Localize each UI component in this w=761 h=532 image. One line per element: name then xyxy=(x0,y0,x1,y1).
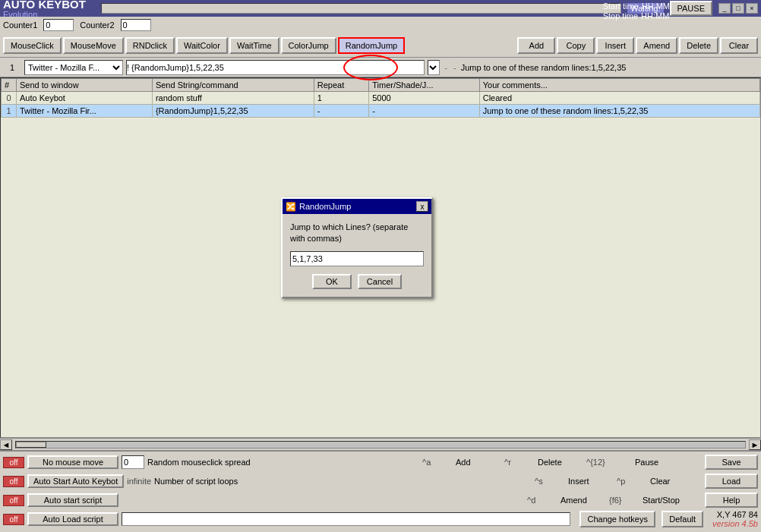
line-editor: 1 Twitter - Mozilla F... - - Jump to one… xyxy=(0,58,761,77)
dialog-title-icon: 🔀 xyxy=(286,202,296,212)
hotkey-r-key: ^r xyxy=(504,458,535,467)
counter1-input[interactable] xyxy=(43,19,74,31)
coords-x: 467 xyxy=(732,510,746,519)
col-timer: Timer/Shade/J... xyxy=(369,79,479,92)
dialog-cancel-button[interactable]: Cancel xyxy=(358,274,402,289)
off-btn-1[interactable]: off xyxy=(3,457,24,468)
row-0-timer: 5000 xyxy=(369,92,479,105)
minimize-button[interactable]: _ xyxy=(718,3,731,14)
delete-button[interactable]: Delete xyxy=(679,37,718,54)
wait-color-button[interactable]: WaitColor xyxy=(176,37,228,54)
coords-y: 84 xyxy=(749,510,758,519)
window-select[interactable]: Twitter - Mozilla F... xyxy=(24,60,123,75)
row-1-window: Twitter - Mozilla Fir... xyxy=(17,105,153,118)
table-row[interactable]: 1 Twitter - Mozilla Fir... {RandomJump}1… xyxy=(2,105,760,118)
no-mouse-move-button[interactable]: No mouse move xyxy=(27,455,118,469)
col-command: Send String/command xyxy=(152,79,314,92)
insert-button[interactable]: Insert xyxy=(596,37,634,54)
col-repeat: Repeat xyxy=(314,79,368,92)
scroll-right[interactable]: ► xyxy=(749,439,761,450)
dialog-ok-button[interactable]: OK xyxy=(312,274,352,289)
col-window: Send to window xyxy=(17,79,153,92)
hotkey-r-action: Delete xyxy=(538,458,583,467)
col-num: # xyxy=(2,79,17,92)
row-0-num: 0 xyxy=(2,92,17,105)
hotkey-s-action: Insert xyxy=(568,477,614,486)
row-0-command: random stuff xyxy=(152,92,314,105)
auto-load-path-input[interactable] xyxy=(122,512,570,526)
toolbar: MouseClick MouseMove RNDclick WaitColor … xyxy=(0,33,761,58)
row-1-timer: - xyxy=(369,105,479,118)
command-input[interactable] xyxy=(126,60,425,75)
maximize-button[interactable]: □ xyxy=(732,3,744,14)
rnd-click-button[interactable]: RNDclick xyxy=(125,37,175,54)
off-btn-4[interactable]: off xyxy=(3,514,24,525)
hotkey-p-action: Clear xyxy=(650,477,696,486)
counter1-label: Counter1 xyxy=(3,20,37,30)
row-1-num: 1 xyxy=(2,105,17,118)
scroll-thumb[interactable] xyxy=(16,442,46,448)
scroll-left[interactable]: ◄ xyxy=(0,439,12,450)
hotkey-a-action: Add xyxy=(456,458,501,467)
content-area: # Send to window Send String/command Rep… xyxy=(0,77,761,532)
waiting-progress-bar xyxy=(101,3,621,14)
pause-button[interactable]: PAUSE xyxy=(670,1,712,16)
dialog-close-button[interactable]: x xyxy=(416,201,428,212)
hotkey-s-key: ^s xyxy=(535,477,565,486)
auto-start-script-button[interactable]: Auto start script xyxy=(27,493,118,507)
random-jump-dialog: 🔀 RandomJump x Jump to which Lines? (sep… xyxy=(281,197,433,298)
auto-load-script-button[interactable]: Auto Load script xyxy=(27,512,118,526)
hotkey-f6-key: {f6} xyxy=(609,496,639,505)
clear-button[interactable]: Clear xyxy=(720,37,758,54)
hotkey-f6-action: Start/Stop xyxy=(643,496,696,505)
row-0-comment: Cleared xyxy=(479,92,759,105)
dialog-label: Jump to which Lines? (separate with comm… xyxy=(290,222,424,245)
hotkey-d-action: Amend xyxy=(560,496,606,505)
bottom-status: off No mouse move Random mouseclick spre… xyxy=(0,450,761,532)
counter2-input[interactable] xyxy=(121,19,151,31)
amend-button[interactable]: Amend xyxy=(636,37,677,54)
dialog-title-bar: 🔀 RandomJump x xyxy=(283,199,431,214)
table-row[interactable]: 0 Auto Keybot random stuff 1 5000 Cleare… xyxy=(2,92,760,105)
help-button[interactable]: Help xyxy=(705,493,758,508)
color-jump-button[interactable]: ColorJump xyxy=(281,37,336,54)
hotkey-d-key: ^d xyxy=(527,496,557,505)
hotkey-12-action: Pause xyxy=(635,458,696,467)
app-title: AUTO KEYBOT xyxy=(3,0,86,10)
dialog-body: Jump to which Lines? (separate with comm… xyxy=(283,214,431,297)
copy-button[interactable]: Copy xyxy=(557,37,595,54)
scroll-track[interactable] xyxy=(15,441,746,449)
default-button[interactable]: Default xyxy=(662,511,703,527)
coords-label: X,Y xyxy=(717,510,733,519)
dialog-buttons: OK Cancel xyxy=(290,274,424,289)
row-1-command: {RandomJump}1,5,22,35 xyxy=(152,105,314,118)
separator2: - xyxy=(452,63,458,72)
spread-input[interactable] xyxy=(122,455,144,469)
mouse-move-button[interactable]: MouseMove xyxy=(63,37,124,54)
hotkeys-grid-3: ^d Amend {f6} Start/Stop xyxy=(527,496,696,505)
hotkey-a-key: ^a xyxy=(422,458,453,467)
off-btn-3[interactable]: off xyxy=(3,495,24,506)
counter2-label: Counter2 xyxy=(80,20,114,30)
random-jump-button[interactable]: RandomJump xyxy=(338,37,405,54)
dialog-input[interactable] xyxy=(290,251,424,266)
dialog-title-text: RandomJump xyxy=(299,202,351,211)
close-button[interactable]: × xyxy=(746,3,758,14)
save-button[interactable]: Save xyxy=(705,455,758,470)
stop-time-value: HH:MM xyxy=(641,11,669,20)
change-hotkeys-button[interactable]: Change hotkeys xyxy=(579,511,655,527)
horizontal-scrollbar[interactable]: ◄ ► xyxy=(0,438,761,450)
off-btn-2[interactable]: off xyxy=(3,476,24,487)
add-button[interactable]: Add xyxy=(517,37,555,54)
stop-time-label: Stop time xyxy=(603,11,638,20)
row-1-comment: Jump to one of these random lines:1,5,22… xyxy=(479,105,759,118)
line-number: 1 xyxy=(3,63,21,72)
mouse-click-button[interactable]: MouseClick xyxy=(3,37,62,54)
wait-time-button[interactable]: WaitTime xyxy=(229,37,279,54)
auto-start-keybot-button[interactable]: Auto Start Auto Keybot xyxy=(27,474,124,488)
loops-label: Number of script loops xyxy=(154,477,238,486)
load-button[interactable]: Load xyxy=(705,474,758,489)
app-title-block: AUTO KEYBOT Evolution xyxy=(3,0,86,19)
command-dropdown[interactable] xyxy=(428,60,440,75)
col-comment: Your comments... xyxy=(479,79,759,92)
